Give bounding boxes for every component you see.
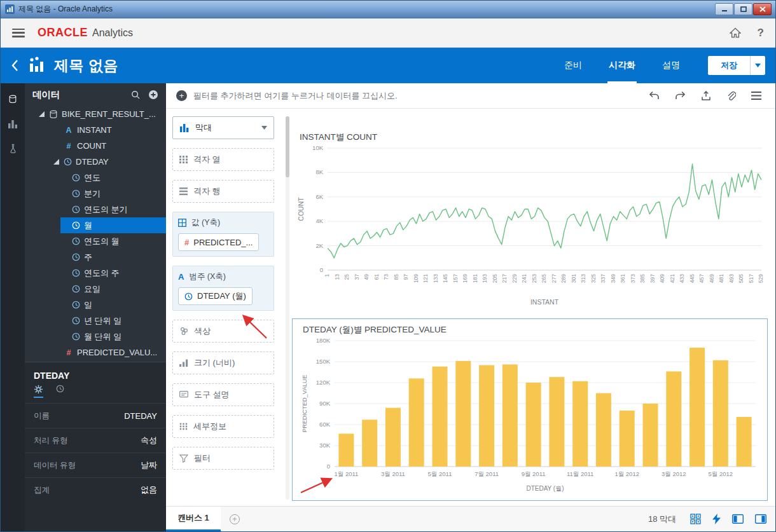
matrix-icon[interactable] bbox=[690, 514, 701, 524]
bar[interactable] bbox=[433, 367, 448, 467]
properties-tab-clock[interactable] bbox=[56, 385, 64, 398]
canvas-toolbar bbox=[649, 91, 765, 101]
back-button[interactable] bbox=[11, 59, 18, 72]
bar[interactable] bbox=[385, 408, 401, 467]
svg-text:2K: 2K bbox=[315, 242, 323, 249]
tree-item-월[interactable]: 월 bbox=[25, 217, 166, 233]
properties-tab-gear[interactable] bbox=[34, 385, 43, 398]
svg-text:301: 301 bbox=[571, 274, 577, 283]
undo-icon[interactable] bbox=[649, 91, 660, 100]
panel-right-icon[interactable] bbox=[755, 514, 766, 524]
tree-item-연도의 분기[interactable]: 연도의 분기 bbox=[25, 201, 166, 217]
tree-item-PREDICTED_VALU...[interactable]: #PREDICTED_VALU... bbox=[25, 344, 166, 360]
svg-text:7월 2011: 7월 2011 bbox=[475, 470, 499, 477]
drop-zone-tooltip[interactable]: 도구 설명 bbox=[172, 383, 274, 406]
bar[interactable] bbox=[409, 378, 424, 467]
search-icon[interactable] bbox=[131, 90, 141, 100]
chip-predicted-value[interactable]: #PREDICTED_... bbox=[178, 233, 259, 251]
bar[interactable] bbox=[689, 348, 705, 467]
drop-zone-grid-rows[interactable]: 격자 행 bbox=[172, 180, 274, 203]
close-button[interactable] bbox=[753, 3, 772, 15]
panel-left-icon[interactable] bbox=[732, 514, 744, 524]
tree-item-년 단위 일[interactable]: 년 단위 일 bbox=[25, 313, 166, 329]
tree-item-주[interactable]: 주 bbox=[25, 249, 166, 265]
tree-item-월 단위 일[interactable]: 월 단위 일 bbox=[25, 329, 166, 344]
help-icon[interactable]: ? bbox=[758, 27, 764, 39]
menu-icon[interactable] bbox=[751, 92, 761, 100]
tree-item-연도의 주[interactable]: 연도의 주 bbox=[25, 265, 166, 281]
drop-zone-grid-columns[interactable]: 격자 열 bbox=[172, 148, 274, 171]
bar[interactable] bbox=[455, 361, 471, 467]
bar[interactable] bbox=[620, 411, 635, 467]
drop-zone-filter[interactable]: 필터 bbox=[172, 447, 274, 470]
expander-icon[interactable] bbox=[53, 159, 62, 165]
svg-text:97: 97 bbox=[403, 274, 409, 280]
visualize-rail-icon[interactable] bbox=[8, 119, 18, 128]
bar[interactable] bbox=[713, 360, 728, 467]
svg-text:385: 385 bbox=[639, 274, 646, 283]
add-canvas-icon[interactable]: + bbox=[230, 514, 240, 524]
svg-text:11월 2011: 11월 2011 bbox=[567, 470, 593, 477]
bar[interactable] bbox=[526, 383, 541, 467]
line-chart-svg[interactable]: 02K4K6K8K10K1132537496173859710912113314… bbox=[296, 144, 766, 307]
maximize-button[interactable] bbox=[734, 3, 752, 15]
bar[interactable] bbox=[549, 377, 564, 467]
svg-text:457: 457 bbox=[698, 274, 705, 283]
add-filter-icon[interactable]: + bbox=[176, 90, 187, 101]
line-chart-visualization[interactable]: INSTANT별 COUNT 02K4K6K8K10K1132537496173… bbox=[296, 132, 765, 311]
svg-text:COUNT: COUNT bbox=[297, 197, 305, 221]
navigation-menu-icon[interactable] bbox=[12, 29, 25, 38]
tree-item-INSTANT[interactable]: AINSTANT bbox=[25, 122, 166, 138]
filter-bar[interactable]: + 필터를 추가하려면 여기를 누르거나 데이터를 끄십시오. bbox=[166, 83, 775, 109]
lightning-icon[interactable] bbox=[712, 514, 721, 524]
home-icon[interactable] bbox=[730, 27, 741, 38]
bar[interactable] bbox=[338, 433, 354, 467]
tab-준비[interactable]: 준비 bbox=[563, 48, 583, 83]
grammar-scrollbar[interactable] bbox=[286, 116, 289, 500]
attach-icon[interactable] bbox=[726, 91, 736, 101]
drop-zone-detail[interactable]: 세부정보 bbox=[172, 415, 274, 438]
tab-설명[interactable]: 설명 bbox=[661, 48, 681, 83]
svg-text:421: 421 bbox=[669, 274, 676, 283]
data-rail-icon[interactable] bbox=[8, 95, 17, 104]
tree-item-일[interactable]: 일 bbox=[25, 297, 166, 313]
add-data-icon[interactable] bbox=[148, 90, 158, 100]
advanced-rail-icon[interactable] bbox=[8, 144, 18, 153]
tree-dataset[interactable]: BIKE_RENT_RESULT_... bbox=[25, 106, 166, 122]
tab-시각화[interactable]: 시각화 bbox=[607, 48, 637, 83]
bar[interactable] bbox=[479, 365, 494, 467]
canvas-tab[interactable]: 캔버스 1 bbox=[166, 507, 221, 531]
chip-dteday-month[interactable]: DTEDAY (월) bbox=[178, 287, 253, 305]
drop-zone-color[interactable]: 색상 bbox=[172, 320, 274, 343]
svg-text:3월 2012: 3월 2012 bbox=[662, 470, 686, 477]
svg-text:325: 325 bbox=[590, 274, 597, 283]
chart-type-select[interactable]: 막대 bbox=[172, 116, 274, 139]
save-button[interactable]: 저장 bbox=[708, 56, 750, 75]
save-split-button: 저장 bbox=[708, 56, 765, 75]
bar[interactable] bbox=[596, 393, 611, 467]
bar[interactable] bbox=[666, 371, 681, 467]
save-menu-caret[interactable] bbox=[750, 56, 765, 75]
minimize-button[interactable] bbox=[715, 3, 733, 15]
drop-zone-size[interactable]: 크기 (너비) bbox=[172, 351, 274, 374]
bar-chart-visualization[interactable]: DTEDAY (월)별 PREDICTED_VALUE 030K60K90K12… bbox=[292, 318, 768, 501]
clock-icon bbox=[72, 301, 80, 309]
tree-item-연도[interactable]: 연도 bbox=[25, 170, 166, 186]
tree-item-분기[interactable]: 분기 bbox=[25, 186, 166, 201]
export-icon[interactable] bbox=[701, 91, 711, 101]
expander-icon[interactable] bbox=[39, 111, 47, 117]
drop-zone-category-x-axis[interactable]: A범주 (X축)DTEDAY (월) bbox=[172, 266, 274, 311]
bar[interactable] bbox=[572, 381, 588, 467]
tree-item-연도의 월[interactable]: 연도의 월 bbox=[25, 233, 166, 249]
tree-item-DTEDAY[interactable]: DTEDAY bbox=[25, 154, 166, 170]
bar[interactable] bbox=[737, 417, 752, 467]
redo-icon[interactable] bbox=[675, 91, 686, 100]
clock-icon bbox=[184, 292, 193, 301]
bar[interactable] bbox=[502, 364, 518, 467]
tree-item-요일[interactable]: 요일 bbox=[25, 281, 166, 297]
tree-item-COUNT[interactable]: #COUNT bbox=[25, 138, 166, 154]
bar[interactable] bbox=[643, 404, 658, 467]
bar-chart-svg[interactable]: 030K60K90K120K150K180K1월 20113월 20115월 2… bbox=[299, 337, 761, 494]
drop-zone-values-y-axis[interactable]: 값 (Y축)#PREDICTED_... bbox=[172, 212, 274, 257]
bar[interactable] bbox=[362, 419, 377, 467]
